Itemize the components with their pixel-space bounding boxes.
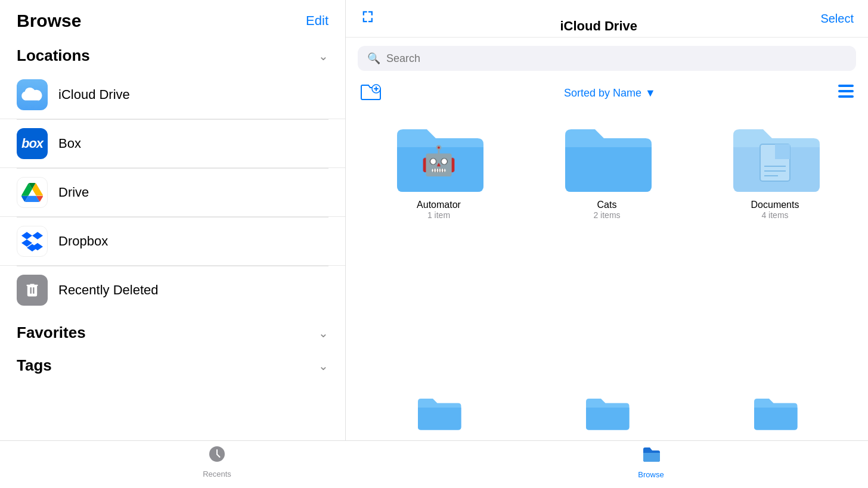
partial-folder-2[interactable]: [532, 393, 682, 440]
sidebar-item-box[interactable]: box Box: [0, 120, 345, 168]
sidebar-item-box-label: Box: [58, 136, 81, 151]
cats-folder-meta: 2 items: [593, 210, 620, 220]
sidebar-item-icloud-label: iCloud Drive: [58, 87, 130, 102]
folder-cats[interactable]: Cats 2 items: [532, 117, 682, 387]
documents-folder-meta: 4 items: [761, 210, 788, 220]
drive-icon: [17, 177, 48, 208]
sidebar: Browse Edit Locations ⌄ iCloud Drive: [0, 0, 346, 440]
search-input[interactable]: [386, 52, 847, 65]
search-bar: 🔍: [358, 46, 856, 71]
sort-chevron-icon: ▼: [645, 87, 656, 100]
favorites-section-header: Favorites ⌄: [0, 314, 345, 347]
sort-label: Sorted by Name: [564, 87, 641, 100]
box-icon: box: [17, 128, 48, 159]
bottom-nav: Recents Browse: [0, 440, 868, 488]
tags-title: Tags: [17, 356, 52, 375]
browse-label: Browse: [638, 470, 664, 479]
folder-documents[interactable]: Documents 4 items: [700, 117, 850, 387]
tags-chevron-icon[interactable]: ⌄: [318, 359, 328, 373]
files-grid: 🤖 Automator 1 item Cats 2 items: [346, 111, 868, 393]
locations-list: iCloud Drive box Box: [0, 71, 345, 314]
list-view-button[interactable]: [838, 85, 854, 101]
sidebar-item-trash[interactable]: Recently Deleted: [0, 266, 345, 314]
automator-folder-meta: 1 item: [427, 210, 450, 220]
svg-rect-5: [775, 144, 790, 159]
automator-folder-name: Automator: [417, 200, 461, 210]
cats-folder-name: Cats: [597, 200, 617, 210]
partial-folder-row: [346, 393, 868, 440]
new-folder-button[interactable]: [360, 84, 382, 102]
nav-recents[interactable]: Recents: [181, 445, 253, 478]
main-header: iCloud Drive Select: [346, 0, 868, 38]
documents-folder-name: Documents: [751, 200, 799, 210]
sidebar-item-dropbox-label: Dropbox: [58, 234, 108, 249]
dropbox-icon: [17, 226, 48, 257]
locations-chevron-icon[interactable]: ⌄: [318, 49, 328, 63]
recents-icon: [208, 445, 226, 467]
svg-rect-2: [838, 90, 854, 92]
cats-folder-icon: [559, 117, 655, 195]
sidebar-browse-title: Browse: [17, 11, 81, 31]
edit-button[interactable]: Edit: [306, 13, 328, 29]
trash-icon: [17, 275, 48, 306]
recents-label: Recents: [203, 470, 231, 478]
icloud-icon: [17, 79, 48, 110]
main-content: iCloud Drive Select 🔍 Sorted by Name ▼: [346, 0, 868, 440]
nav-browse[interactable]: Browse: [615, 445, 687, 479]
header-left: [360, 8, 377, 29]
svg-rect-1: [838, 85, 854, 87]
sidebar-header: Browse Edit: [0, 0, 345, 39]
select-button[interactable]: Select: [820, 12, 854, 26]
sidebar-item-icloud[interactable]: iCloud Drive: [0, 71, 345, 119]
sidebar-item-trash-label: Recently Deleted: [58, 282, 159, 298]
sidebar-item-drive-label: Drive: [58, 185, 89, 200]
toolbar: Sorted by Name ▼: [346, 79, 868, 111]
favorites-title: Favorites: [17, 324, 86, 342]
tags-section-header: Tags ⌄: [0, 347, 345, 380]
favorites-chevron-icon[interactable]: ⌄: [318, 326, 328, 340]
partial-folder-3[interactable]: [700, 393, 850, 440]
documents-folder-icon: [727, 117, 823, 195]
partial-folder-1[interactable]: [364, 393, 514, 440]
browse-icon: [641, 445, 661, 468]
expand-icon[interactable]: [360, 8, 377, 29]
svg-rect-3: [838, 95, 854, 98]
automator-robot-icon: 🤖: [421, 144, 457, 178]
folder-automator[interactable]: 🤖 Automator 1 item: [364, 117, 514, 387]
main-title: iCloud Drive: [560, 18, 637, 34]
locations-section-header: Locations ⌄: [0, 39, 345, 71]
sidebar-item-drive[interactable]: Drive: [0, 169, 345, 217]
search-icon: 🔍: [367, 52, 380, 65]
sidebar-item-dropbox[interactable]: Dropbox: [0, 217, 345, 266]
locations-title: Locations: [17, 46, 90, 65]
sort-button[interactable]: Sorted by Name ▼: [564, 87, 656, 100]
automator-folder-icon: 🤖: [391, 117, 486, 195]
